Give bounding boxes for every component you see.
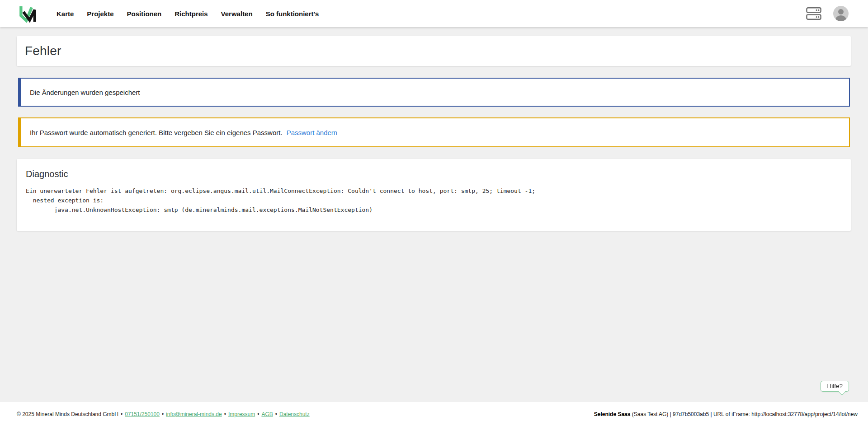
separator-dot: • (275, 411, 277, 417)
separator-dot: • (257, 411, 259, 417)
separator-dot: • (162, 411, 164, 417)
footer-right: Selenide Saas (Saas Test AG) | 97d7b5003… (594, 411, 858, 417)
footer-left: © 2025 Mineral Minds Deutschland GmbH • … (17, 411, 310, 417)
nav-item-karte[interactable]: Karte (57, 10, 74, 18)
footer-link-phone[interactable]: 07151/250100 (125, 411, 160, 417)
user-avatar (833, 6, 849, 21)
main-content: Fehler Die Änderungen wurden gespeichert… (0, 27, 868, 402)
footer-link-datenschutz[interactable]: Datenschutz (279, 411, 310, 417)
diagnostic-log: Ein unerwarteter Fehler ist aufgetreten:… (26, 186, 842, 215)
nav-item-positionen[interactable]: Positionen (127, 10, 162, 18)
user-menu-button[interactable] (833, 6, 849, 21)
app-name: Selenide Saas (594, 411, 631, 417)
nav-item-verwalten[interactable]: Verwalten (221, 10, 253, 18)
help-label: Hilfe? (827, 383, 843, 389)
page-title: Fehler (25, 44, 61, 58)
copyright-text: © 2025 Mineral Minds Deutschland GmbH (17, 411, 118, 417)
main-nav: Karte Projekte Positionen Richtpreis Ver… (57, 10, 319, 18)
separator-dot: • (224, 411, 226, 417)
diagnostic-card: Diagnostic Ein unerwarteter Fehler ist a… (17, 159, 851, 231)
change-password-link[interactable]: Passwort ändern (287, 129, 338, 136)
alert-changes-saved: Die Änderungen wurden gespeichert (18, 78, 850, 107)
header-actions (806, 6, 849, 21)
alert-saved-text: Die Änderungen wurden gespeichert (30, 89, 140, 96)
top-nav-bar: Karte Projekte Positionen Richtpreis Ver… (0, 0, 868, 27)
footer: © 2025 Mineral Minds Deutschland GmbH • … (0, 402, 868, 426)
alert-password-text: Ihr Passwort wurde automatisch generiert… (30, 129, 283, 136)
nav-item-so-funktionierts[interactable]: So funktioniert's (266, 10, 319, 18)
server-button[interactable] (806, 7, 821, 20)
nav-item-richtpreis[interactable]: Richtpreis (175, 10, 208, 18)
nav-item-projekte[interactable]: Projekte (87, 10, 113, 18)
footer-link-agb[interactable]: AGB (261, 411, 273, 417)
footer-link-email[interactable]: info@mineral-minds.de (166, 411, 222, 417)
footer-link-impressum[interactable]: Impressum (228, 411, 255, 417)
alert-password-generated: Ihr Passwort wurde automatisch generiert… (18, 117, 850, 147)
person-icon (833, 6, 849, 21)
diagnostic-title: Diagnostic (26, 169, 842, 179)
logo-m-icon (18, 4, 36, 23)
help-button[interactable]: Hilfe? (821, 381, 849, 392)
page-title-card: Fehler (17, 36, 851, 66)
app-environment-info: (Saas Test AG) | 97d7b5003ab5 | URL of i… (630, 411, 858, 417)
app-logo[interactable] (18, 4, 36, 23)
separator-dot: • (121, 411, 123, 417)
server-icon (806, 7, 821, 20)
